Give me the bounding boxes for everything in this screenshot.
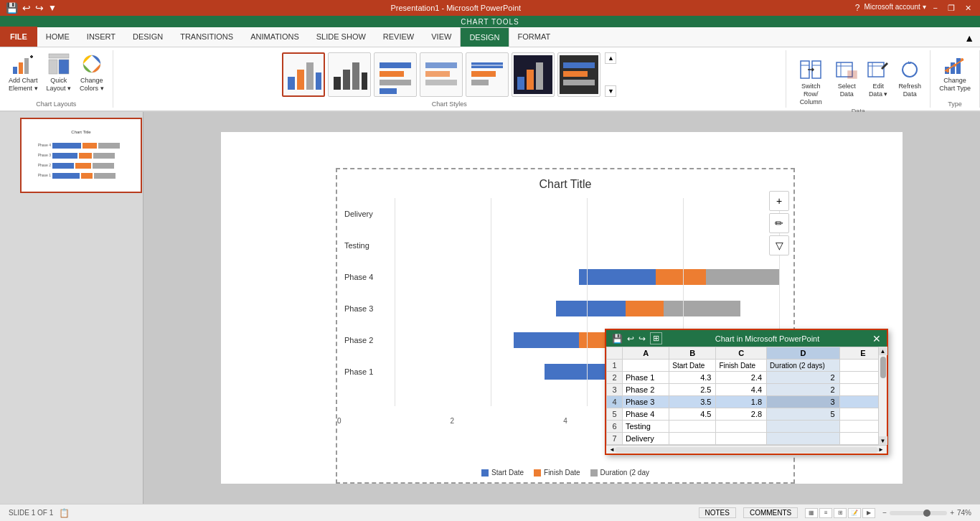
ss-cell-4c[interactable]: 1.8 <box>716 396 767 408</box>
ss-cell-3c[interactable]: 4.4 <box>716 384 767 396</box>
select-data-button[interactable]: SelectData <box>832 56 861 100</box>
ss-scroll-thumb[interactable] <box>880 357 886 378</box>
main-content: 1 Chart Title Phase 4 Phase 3 Phase 2 <box>0 112 980 504</box>
ss-col-b[interactable]: B <box>669 347 716 360</box>
ss-cell-7d[interactable] <box>767 433 840 445</box>
ss-horizontal-scrollbar[interactable]: ◄ ► <box>606 445 887 454</box>
ss-col-a[interactable]: A <box>623 347 669 360</box>
ss-cell-6d[interactable] <box>767 421 840 433</box>
change-colors-button[interactable]: ChangeColors ▾ <box>77 50 107 95</box>
tab-home[interactable]: HOME <box>37 27 78 47</box>
switch-row-col-button[interactable]: Switch Row/Column <box>792 56 829 108</box>
svg-rect-5 <box>49 54 69 58</box>
ss-cell-3b[interactable]: 2.5 <box>669 384 716 396</box>
ss-redo-icon[interactable]: ↪ <box>639 334 646 344</box>
tab-design-chart[interactable]: DESIGN <box>460 27 509 47</box>
svg-rect-50 <box>956 58 961 74</box>
styles-scroll-up[interactable]: ▲ <box>605 52 616 64</box>
ss-cell-1a[interactable] <box>623 360 669 372</box>
help-icon[interactable]: ? <box>855 3 860 13</box>
zoom-plus-button[interactable]: + <box>950 509 954 517</box>
zoom-slider[interactable] <box>890 511 947 515</box>
styles-scroll-down[interactable]: ▼ <box>605 85 616 97</box>
add-element-float-button[interactable]: + <box>769 191 789 211</box>
ss-cell-6a[interactable]: Testing <box>623 421 669 433</box>
zoom-slider-thumb[interactable] <box>923 510 930 517</box>
ss-cell-4b[interactable]: 3.5 <box>669 396 716 408</box>
zoom-level[interactable]: 74% <box>957 509 971 517</box>
minimize-button[interactable]: − <box>930 3 941 13</box>
tab-insert[interactable]: INSERT <box>78 27 124 47</box>
ss-close-button[interactable]: ✕ <box>872 333 881 344</box>
outline-view-button[interactable]: ≡ <box>819 508 832 518</box>
brush-float-button[interactable]: ✏ <box>769 213 789 233</box>
ss-col-d[interactable]: D <box>767 347 840 360</box>
ss-scroll-down-button[interactable]: ▼ <box>879 436 887 445</box>
ss-cell-7a[interactable]: Delivery <box>623 433 669 445</box>
tab-file[interactable]: FILE <box>0 27 37 47</box>
ss-cell-2c[interactable]: 2.4 <box>716 372 767 384</box>
ss-undo-icon[interactable]: ↩ <box>627 334 634 344</box>
tab-review[interactable]: REVIEW <box>374 27 423 47</box>
comments-button[interactable]: COMMENTS <box>743 507 798 518</box>
restore-button[interactable]: ❐ <box>945 3 958 13</box>
slide-thumbnail[interactable]: Chart Title Phase 4 Phase 3 Phase 2 Phas… <box>20 118 142 193</box>
reading-view-button[interactable]: ▶ <box>862 508 875 518</box>
notes-view-button[interactable]: 📝 <box>848 508 861 518</box>
ss-cell-4a[interactable]: Phase 3 <box>623 396 669 408</box>
ss-cell-3a[interactable]: Phase 2 <box>623 384 669 396</box>
ss-cell-5a[interactable]: Phase 4 <box>623 408 669 421</box>
tab-animations[interactable]: ANIMATIONS <box>242 27 308 47</box>
ss-scroll-right-button[interactable]: ► <box>878 446 884 453</box>
ss-cell-2a[interactable]: Phase 1 <box>623 372 669 384</box>
close-button[interactable]: ✕ <box>962 3 974 13</box>
ss-cell-7b[interactable] <box>669 433 716 445</box>
tab-design[interactable]: DESIGN <box>124 27 171 47</box>
bar-phase3-finish <box>626 301 664 316</box>
ss-cell-6b[interactable] <box>669 421 716 433</box>
ss-cell-1b[interactable]: Start Date <box>669 360 716 372</box>
chart-style-2[interactable] <box>328 52 371 97</box>
quick-layout-button[interactable]: QuickLayout ▾ <box>44 50 75 95</box>
ss-scroll-up-button[interactable]: ▲ <box>879 347 887 355</box>
ss-col-c[interactable]: C <box>716 347 767 360</box>
zoom-minus-button[interactable]: − <box>882 509 887 517</box>
ss-cell-5b[interactable]: 4.5 <box>669 408 716 421</box>
chart-styles-label: Chart Styles <box>432 99 467 108</box>
edit-data-button[interactable]: EditData ▾ <box>864 56 892 100</box>
ribbon-collapse-icon[interactable]: ▲ <box>958 29 980 47</box>
chart-style-1[interactable] <box>282 52 325 97</box>
ss-cell-1d[interactable]: Duration (2 days) <box>767 360 840 372</box>
chart-style-3[interactable] <box>374 52 417 97</box>
ss-cell-5d[interactable]: 5 <box>767 408 840 421</box>
ss-cell-5c[interactable]: 2.8 <box>716 408 767 421</box>
ss-cell-2d[interactable]: 2 <box>767 372 840 384</box>
ss-cell-3d[interactable]: 2 <box>767 384 840 396</box>
chart-style-5[interactable] <box>466 52 509 97</box>
normal-view-button[interactable]: ▦ <box>805 508 818 518</box>
chart-title: Chart Title <box>337 169 793 191</box>
change-chart-type-button[interactable]: ChangeChart Type <box>936 50 974 95</box>
ss-save-icon[interactable]: 💾 <box>612 334 623 344</box>
tab-transitions[interactable]: TRANSITIONS <box>171 27 242 47</box>
ss-cell-7c[interactable] <box>716 433 767 445</box>
tab-slideshow[interactable]: SLIDE SHOW <box>308 27 374 47</box>
ss-cell-1c[interactable]: Finish Date <box>716 360 767 372</box>
notes-button[interactable]: NOTES <box>699 507 736 518</box>
slide-sorter-button[interactable]: ⊞ <box>834 508 847 518</box>
chart-style-4[interactable] <box>420 52 463 97</box>
slide-info-icon[interactable]: 📋 <box>59 508 70 518</box>
tab-format[interactable]: FORMAT <box>509 27 560 47</box>
chart-style-7[interactable] <box>557 52 600 97</box>
add-chart-element-button[interactable]: Add ChartElement ▾ <box>6 50 41 95</box>
ss-cell-2b[interactable]: 4.3 <box>669 372 716 384</box>
refresh-data-button[interactable]: RefreshData <box>895 56 924 100</box>
ss-cell-6c[interactable] <box>716 421 767 433</box>
chart-style-6[interactable] <box>512 52 555 97</box>
filter-float-button[interactable]: ▽ <box>769 235 789 255</box>
ss-expand-icon[interactable]: ⊞ <box>650 332 662 344</box>
tab-view[interactable]: VIEW <box>423 27 460 47</box>
ss-cell-4d[interactable]: 3 <box>767 396 840 408</box>
ss-scroll-left-button[interactable]: ◄ <box>609 446 615 453</box>
ss-vertical-scrollbar[interactable]: ▲ ▼ <box>878 347 887 445</box>
